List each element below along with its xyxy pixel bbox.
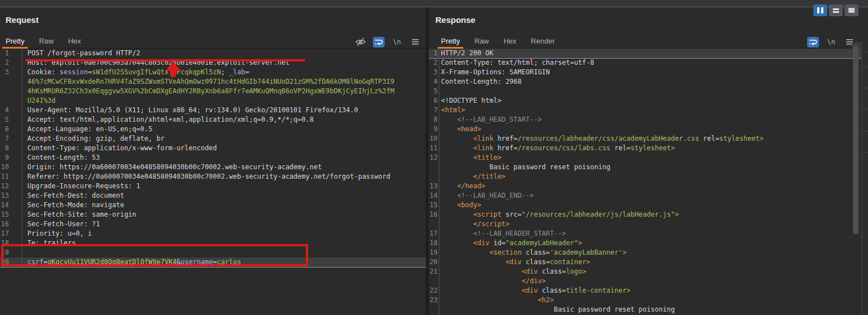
code-line[interactable]: 12Upgrade-Insecure-Requests: 1 — [0, 182, 426, 191]
request-editor[interactable]: 1POST /forgot-password HTTP/22Host: expl… — [0, 49, 426, 315]
code-line[interactable]: 5 — [429, 87, 868, 96]
code-line[interactable]: 16 <script src="/resources/labheader/js/… — [429, 210, 868, 219]
word-wrap-toggle[interactable] — [807, 37, 819, 47]
code-line[interactable]: 8Content-Type: application/x-www-form-ur… — [0, 144, 426, 153]
line-number — [429, 163, 438, 172]
line-number: 11 — [429, 144, 438, 153]
code-line[interactable]: 6<!DOCTYPE html> — [429, 96, 868, 106]
word-wrap-toggle[interactable] — [373, 37, 385, 47]
split-rows-icon — [833, 8, 839, 13]
editor-menu-icon[interactable] — [409, 36, 421, 47]
request-toolbar: \n — [354, 36, 421, 48]
response-scrollbar-thumb[interactable] — [853, 46, 859, 235]
line-number: 1 — [429, 49, 438, 58]
line-number: 18 — [429, 238, 438, 248]
code-line[interactable]: 9 <head> — [429, 125, 868, 134]
code-line[interactable]: 2Content-Type: text/html; charset=utf-8 — [429, 58, 868, 68]
code-line[interactable]: 10Origin: https://0a600070034e0485809403… — [0, 163, 426, 172]
show-newlines-toggle[interactable]: \n — [825, 36, 837, 47]
code-text: Basic password reset poisoning — [439, 163, 868, 172]
code-line[interactable]: 4Content-Length: 2968 — [429, 77, 868, 87]
code-line[interactable]: 11Referer: https://0a600070034e048580940… — [0, 172, 426, 182]
line-number — [0, 77, 9, 87]
inspector-strip-segment — [862, 131, 868, 153]
code-line[interactable]: 11 <link href=/resources/css/labs.css re… — [429, 144, 868, 153]
code-text: <!DOCTYPE html> — [439, 96, 868, 106]
code-text: <h2> — [439, 295, 868, 305]
line-number: 3 — [429, 68, 438, 77]
code-line[interactable]: 46%7cMCwCFBxvWxdeRn7HRV4TaZ9SZWxmSTVeAhQ… — [0, 77, 426, 87]
line-number: 4 — [429, 77, 438, 87]
code-line[interactable]: 21 <div class=logo> — [429, 267, 868, 276]
code-line[interactable]: 3X-Frame-Options: SAMEORIGIN — [429, 68, 868, 77]
hide-matching-eye-icon[interactable] — [354, 36, 367, 47]
show-newlines-toggle[interactable]: \n — [391, 36, 403, 47]
line-number: 7 — [429, 106, 438, 115]
line-number: 16 — [0, 219, 9, 229]
line-number: 4 — [0, 106, 9, 115]
code-line[interactable]: 18 <div id="academyLabHeader"> — [429, 238, 868, 248]
code-line[interactable]: Basic password reset poisoning — [429, 163, 868, 172]
request-panel-title: Request — [6, 15, 39, 25]
code-line[interactable]: 1POST /forgot-password HTTP/2 — [0, 49, 426, 58]
code-line[interactable]: </div> — [429, 276, 868, 286]
split-rows-layout-button[interactable] — [829, 4, 843, 16]
line-number: 9 — [429, 125, 438, 134]
code-line[interactable]: 13Sec-Fetch-Dest: document — [0, 191, 426, 201]
code-line[interactable]: 15 <body> — [429, 201, 868, 210]
code-line[interactable]: 20 <div class=container> — [429, 257, 868, 267]
line-number: 17 — [429, 229, 438, 238]
code-line[interactable]: 19 <section class='academyLabBanner'> — [429, 248, 868, 257]
code-line[interactable]: 6Accept-Language: en-US,en;q=0.5 — [0, 125, 426, 134]
inspector-collapsed-strip[interactable] — [861, 41, 868, 315]
line-number — [429, 305, 438, 314]
code-line[interactable]: 14 <!--LAB_HEAD_END--> — [429, 191, 868, 201]
inspector-strip-segment — [862, 41, 868, 52]
code-line[interactable]: </title> — [429, 172, 868, 182]
inspector-strip-segment — [862, 67, 868, 88]
code-line[interactable]: 22 <div class=title-container> — [429, 286, 868, 295]
code-line[interactable]: U24I%3d — [0, 96, 426, 106]
code-line[interactable]: 14Sec-Fetch-Mode: navigate — [0, 201, 426, 210]
request-tab-hex[interactable]: Hex — [65, 35, 84, 48]
code-line[interactable]: 7Accept-Encoding: gzip, deflate, br — [0, 134, 426, 144]
response-tabs: Pretty Raw Hex Render — [429, 35, 868, 49]
response-tab-raw[interactable]: Raw — [471, 35, 492, 48]
code-line[interactable]: 12 <title> — [429, 153, 868, 163]
code-line[interactable]: 17 <!--LAB_HEADER_START--> — [429, 229, 868, 238]
code-line[interactable]: 16Sec-Fetch-User: ?1 — [0, 219, 426, 229]
code-line[interactable]: 10 <link href=/resources/labheader/css/a… — [429, 134, 868, 144]
code-line[interactable]: Basic password reset poisoning — [429, 305, 868, 314]
response-tab-render[interactable]: Render — [527, 35, 558, 48]
code-text: Content-Length: 53 — [22, 153, 426, 163]
code-line[interactable]: 4hKsMRUR6Z32Ch3x0Eqggvw5XGV%2bCmDXgEAdHY… — [0, 87, 426, 96]
request-tab-raw[interactable]: Raw — [36, 35, 57, 48]
response-tab-pretty[interactable]: Pretty — [438, 35, 463, 48]
code-line[interactable]: 3Cookie: session=sW1dfU2SSuvgIfLwQtxfHFc… — [0, 68, 426, 77]
code-text — [439, 87, 868, 96]
line-number: 17 — [0, 229, 9, 238]
code-line[interactable]: 15Sec-Fetch-Site: same-origin — [0, 210, 426, 219]
code-line[interactable]: 9Content-Length: 53 — [0, 153, 426, 163]
single-panel-layout-button[interactable] — [845, 4, 859, 16]
code-text: Origin: https://0a600070034e04858094030b… — [22, 163, 426, 172]
code-line[interactable]: </script> — [429, 219, 868, 229]
code-text: <html> — [439, 106, 868, 115]
line-number — [429, 219, 438, 229]
code-line[interactable]: 17Priority: u=0, i — [0, 229, 426, 238]
code-text: Referer: https://0a600070034e04858094030… — [22, 172, 426, 182]
code-line[interactable]: 1HTTP/2 200 OK — [429, 49, 868, 58]
code-line[interactable]: 8 <!--LAB_HEAD_START--> — [429, 115, 868, 125]
line-number: 10 — [0, 163, 9, 172]
response-editor[interactable]: 1HTTP/2 200 OK2Content-Type: text/html; … — [429, 49, 868, 315]
code-line[interactable]: 4User-Agent: Mozilla/5.0 (X11; Linux x86… — [0, 106, 426, 115]
split-columns-layout-button[interactable] — [813, 4, 827, 16]
line-number: 5 — [0, 115, 9, 125]
code-line[interactable]: 23 <h2> — [429, 295, 868, 305]
request-tab-pretty[interactable]: Pretty — [2, 35, 28, 48]
request-panel: Request Pretty Raw Hex \n 1POST — [0, 7, 426, 315]
code-line[interactable]: 5Accept: text/html,application/xhtml+xml… — [0, 115, 426, 125]
response-tab-hex[interactable]: Hex — [500, 35, 520, 48]
code-line[interactable]: 13 </head> — [429, 182, 868, 191]
code-line[interactable]: 7<html> — [429, 106, 868, 115]
